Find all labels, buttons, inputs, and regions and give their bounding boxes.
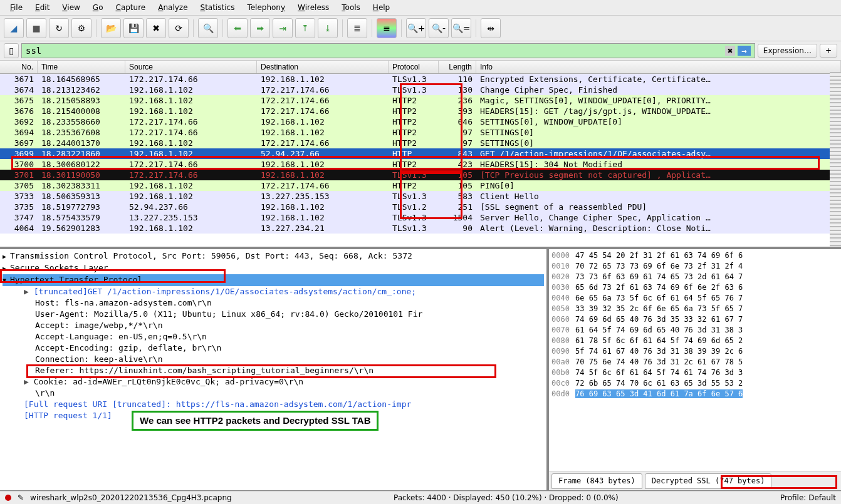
- go-to-packet-icon[interactable]: ⇥: [273, 18, 293, 38]
- col-info[interactable]: Info: [476, 61, 841, 73]
- find-icon[interactable]: 🔍: [198, 18, 218, 38]
- menu-help[interactable]: Help: [368, 1, 395, 14]
- hex-dump-pane[interactable]: 000047 45 54 20 2f 31 2f 61 63 74 69 6f …: [546, 249, 841, 490]
- col-length[interactable]: Length: [439, 61, 476, 73]
- filter-text[interactable]: [26, 46, 723, 56]
- table-row[interactable]: 369418.235367608172.217.174.66192.168.1.…: [0, 127, 841, 138]
- table-row[interactable]: 367518.215058893192.168.1.102172.217.174…: [0, 95, 841, 106]
- filter-bar: ▯ ✖ → Expression… +: [0, 41, 841, 61]
- table-row[interactable]: 367418.213123462192.168.1.102172.217.174…: [0, 85, 841, 95]
- edit-icon[interactable]: ✎: [18, 493, 24, 502]
- hex-row[interactable]: 003065 6d 73 2f 61 63 74 69 6f 6e 2f 63 …: [551, 282, 838, 293]
- table-row[interactable]: 370018.300680122172.217.174.66192.168.1.…: [0, 159, 841, 170]
- capture-options-icon[interactable]: ⚙: [71, 18, 91, 38]
- table-row[interactable]: 406419.562901283192.168.1.10213.227.234.…: [0, 223, 841, 234]
- table-row[interactable]: 374718.57543357913.227.235.153192.168.1.…: [0, 212, 841, 223]
- tab-decrypted-ssl[interactable]: Decrypted SSL (747 bytes): [645, 473, 772, 489]
- detail-line[interactable]: Referer: https://linuxhint.com/bash_scri…: [3, 365, 544, 376]
- detail-line[interactable]: User-Agent: Mozilla/5.0 (X11; Ubuntu; Li…: [3, 309, 544, 320]
- hex-row[interactable]: 001070 72 65 73 73 69 6f 6e 73 2f 31 2f …: [551, 261, 838, 272]
- hex-row[interactable]: 00905f 74 61 67 40 76 3d 31 38 39 39 2c …: [551, 346, 838, 357]
- autoscroll-icon[interactable]: ≣: [347, 18, 367, 38]
- menu-capture[interactable]: Capture: [110, 1, 150, 14]
- col-destination[interactable]: Destination: [257, 61, 389, 73]
- table-row[interactable]: 367618.215400008192.168.1.102172.217.174…: [0, 106, 841, 116]
- stop-capture-icon[interactable]: ■: [26, 18, 46, 38]
- col-source[interactable]: Source: [125, 61, 257, 73]
- hex-row[interactable]: 006074 69 6d 65 40 76 3d 35 33 32 61 67 …: [551, 314, 838, 325]
- hex-row[interactable]: 007061 64 5f 74 69 6d 65 40 76 3d 31 38 …: [551, 325, 838, 336]
- go-last-icon[interactable]: ⤓: [318, 18, 338, 38]
- zoom-out-icon[interactable]: 🔍-: [429, 18, 449, 38]
- menu-wireless[interactable]: Wireless: [293, 1, 334, 14]
- hex-row[interactable]: 00b074 5f 6c 6f 61 64 5f 74 61 74 76 3d …: [551, 368, 838, 378]
- table-row[interactable]: 370118.301190050172.217.174.66192.168.1.…: [0, 170, 841, 180]
- menu-edit[interactable]: Edit: [30, 1, 55, 14]
- resize-columns-icon[interactable]: ⇹: [481, 18, 501, 38]
- apply-filter-icon[interactable]: →: [738, 46, 750, 56]
- menu-file[interactable]: File: [5, 1, 28, 14]
- close-file-icon[interactable]: ✖: [146, 18, 166, 38]
- hex-row[interactable]: 00406e 65 6a 73 5f 6c 6f 61 64 5f 65 76 …: [551, 293, 838, 304]
- detail-ssl[interactable]: Secure Sockets Layer: [3, 262, 544, 274]
- table-row[interactable]: 373518.51977279352.94.237.66192.168.1.10…: [0, 202, 841, 212]
- hex-row[interactable]: 00c072 6b 65 74 70 6c 61 63 65 3d 55 53 …: [551, 378, 838, 389]
- bookmark-filter-icon[interactable]: ▯: [4, 43, 19, 58]
- detail-line[interactable]: Accept-Encoding: gzip, deflate, br\r\n: [3, 342, 544, 354]
- hex-row[interactable]: 002073 73 6f 63 69 61 74 65 73 2d 61 64 …: [551, 272, 838, 282]
- reload-icon[interactable]: ⟳: [169, 18, 189, 38]
- detail-line[interactable]: \r\n: [3, 388, 544, 399]
- add-filter-button[interactable]: +: [820, 44, 837, 58]
- display-filter-input[interactable]: ✖ →: [21, 43, 755, 58]
- expert-info-icon[interactable]: [5, 495, 11, 501]
- detail-line[interactable]: Accept: image/webp,*/*\r\n: [3, 320, 544, 331]
- menu-telephony[interactable]: Telephony: [242, 1, 290, 14]
- go-first-icon[interactable]: ⤒: [295, 18, 315, 38]
- table-row[interactable]: 370518.302383311192.168.1.102172.217.174…: [0, 180, 841, 191]
- menu-analyze[interactable]: Analyze: [153, 1, 192, 14]
- detail-line[interactable]: [Full request URI [truncated]: https://f…: [3, 399, 544, 410]
- col-protocol[interactable]: Protocol: [389, 61, 439, 73]
- detail-http[interactable]: Hypertext Transfer Protocol: [3, 274, 544, 286]
- detail-tcp[interactable]: Transmission Control Protocol, Src Port:…: [3, 250, 544, 262]
- expression-button[interactable]: Expression…: [758, 44, 817, 58]
- hex-row[interactable]: 00d076 69 63 65 3d 41 6d 61 7a 6f 6e 57 …: [551, 389, 838, 399]
- menu-tools[interactable]: Tools: [337, 1, 365, 14]
- table-row[interactable]: 369218.233558660172.217.174.66192.168.1.…: [0, 116, 841, 127]
- table-row[interactable]: 367118.164568965172.217.174.66192.168.1.…: [0, 74, 841, 85]
- table-row[interactable]: 369918.283221860192.168.1.10252.94.237.6…: [0, 148, 841, 159]
- detail-line[interactable]: Accept-Language: en-US,en;q=0.5\r\n: [3, 331, 544, 342]
- menu-go[interactable]: Go: [88, 1, 108, 14]
- packet-list-body[interactable]: 367118.164568965172.217.174.66192.168.1.…: [0, 74, 841, 247]
- packet-scrollbar[interactable]: [830, 72, 841, 247]
- tab-frame[interactable]: Frame (843 bytes): [551, 473, 642, 489]
- packet-details-pane[interactable]: Transmission Control Protocol, Src Port:…: [0, 249, 546, 490]
- middle-panes: Transmission Control Protocol, Src Port:…: [0, 249, 841, 491]
- packet-list-pane: No. Time Source Destination Protocol Len…: [0, 61, 841, 249]
- clear-filter-icon[interactable]: ✖: [725, 46, 735, 56]
- col-no[interactable]: No.: [0, 61, 38, 73]
- detail-line[interactable]: Connection: keep-alive\r\n: [3, 354, 544, 365]
- hex-row[interactable]: 008061 78 5f 6c 6f 61 64 5f 74 69 6d 65 …: [551, 336, 838, 346]
- zoom-reset-icon[interactable]: 🔍=: [451, 18, 471, 38]
- colorize-icon[interactable]: ≡: [377, 18, 397, 38]
- hex-row[interactable]: 005033 39 32 35 2c 6f 6e 65 6a 73 5f 65 …: [551, 304, 838, 314]
- menu-view[interactable]: View: [57, 1, 85, 14]
- go-back-icon[interactable]: ⬅: [227, 18, 248, 38]
- col-time[interactable]: Time: [38, 61, 125, 73]
- menu-statistics[interactable]: Statistics: [196, 1, 240, 14]
- detail-line[interactable]: Host: fls-na.amazon-adsystem.com\r\n: [3, 297, 544, 309]
- detail-line[interactable]: ▶ [truncated]GET /1/action-impressions/1…: [3, 286, 544, 297]
- zoom-in-icon[interactable]: 🔍+: [406, 18, 426, 38]
- detail-line[interactable]: ▶ Cookie: ad-id=AWEr_rLQt0n9jkE0c0vc_Qk;…: [3, 376, 544, 388]
- shark-fin-icon[interactable]: ◢: [4, 18, 24, 38]
- table-row[interactable]: 369718.244001370192.168.1.102172.217.174…: [0, 138, 841, 148]
- table-row[interactable]: 373318.506359313192.168.1.10213.227.235.…: [0, 191, 841, 202]
- restart-capture-icon[interactable]: ↻: [49, 18, 69, 38]
- go-forward-icon[interactable]: ➡: [250, 18, 270, 38]
- save-file-icon[interactable]: 💾: [123, 18, 144, 38]
- hex-row[interactable]: 000047 45 54 20 2f 31 2f 61 63 74 69 6f …: [551, 250, 838, 261]
- status-profile[interactable]: Profile: Default: [780, 493, 836, 502]
- open-file-icon[interactable]: 📂: [101, 18, 121, 38]
- hex-row[interactable]: 00a070 75 6e 74 40 76 3d 31 2c 61 67 78 …: [551, 357, 838, 368]
